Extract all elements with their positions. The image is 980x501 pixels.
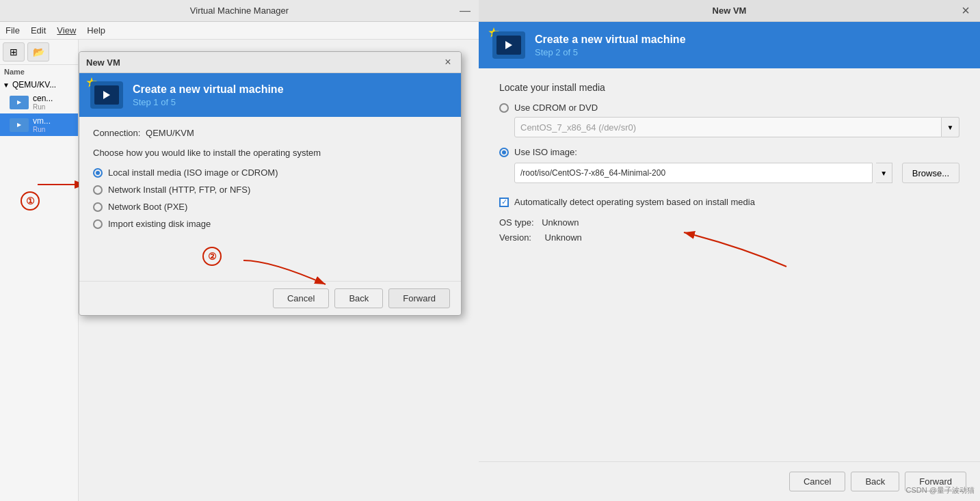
- radio-network-label: Network Install (HTTP, FTP, or NFS): [108, 185, 250, 195]
- radio-network-install[interactable]: Network Install (HTTP, FTP, or NFS): [93, 185, 447, 195]
- annotation-arrow-2: [134, 254, 373, 295]
- sidebar-group-label: QEMU/KV...: [12, 80, 56, 90]
- iso-dropdown-arrow[interactable]: ▼: [876, 163, 892, 183]
- sidebar-group-qemu[interactable]: ▼ QEMU/KV...: [0, 79, 78, 91]
- menu-edit[interactable]: Edit: [31, 25, 46, 36]
- version-value: Unknown: [545, 232, 582, 243]
- cdrom-dropdown-input[interactable]: CentOS_7_x86_64 (/dev/sr0): [514, 117, 942, 137]
- vm-centos-info: cen... Run: [33, 94, 53, 111]
- radio-local-install[interactable]: Local install media (ISO image or CDROM): [93, 167, 447, 178]
- menu-file[interactable]: File: [5, 25, 20, 36]
- dialog2-title-text: New VM: [713, 5, 747, 16]
- version-label: Version:: [499, 232, 531, 243]
- radio-cdrom-label: Use CDROM or DVD: [514, 103, 598, 113]
- dialog1-header-icon-wrapper: [90, 81, 123, 109]
- dialog1-header-icon: [90, 81, 123, 109]
- iso-path-input[interactable]: [514, 163, 873, 183]
- dialog1-title: New VM: [86, 57, 120, 68]
- sidebar-item-centos[interactable]: cen... Run: [0, 91, 78, 113]
- dialog-new-vm-step2: Create a new virtual machine Step 2 of 5…: [479, 22, 980, 501]
- dialog2-back-button[interactable]: Back: [851, 472, 899, 491]
- vm-centos-name: cen...: [33, 94, 53, 103]
- dialog2-header-text: Create a new virtual machine Step 2 of 5: [535, 33, 686, 57]
- dialog2-header: Create a new virtual machine Step 2 of 5: [479, 22, 980, 68]
- auto-detect-label: Automatically detect operating system ba…: [514, 197, 755, 207]
- os-type-row: OS type: Unknown: [499, 215, 959, 230]
- menu-help[interactable]: Help: [87, 25, 105, 36]
- dialog2-body: Locate your install media Use CDROM or D…: [479, 68, 980, 259]
- annotation-circle-1: ①: [21, 191, 40, 211]
- dialog1-connection-row: Connection: QEMU/KVM: [93, 128, 447, 138]
- auto-detect-checkbox[interactable]: [499, 198, 509, 207]
- app-title: Virtual Machine Manager: [190, 5, 289, 16]
- version-row: Version: Unknown: [499, 230, 959, 245]
- dialog1-body: Connection: QEMU/KVM Choose how you woul…: [79, 117, 461, 240]
- dialog2-cancel-button[interactable]: Cancel: [789, 472, 845, 491]
- dialog1-connection-value: QEMU/KVM: [146, 128, 194, 138]
- dialog2-os-info: OS type: Unknown Version: Unknown: [499, 215, 959, 245]
- sidebar: ⊞ 📂 Name ▼ QEMU/KV... cen... Run vm... R…: [0, 40, 79, 501]
- dialog2-footer: Cancel Back Forward: [479, 461, 980, 501]
- radio-import-label: Import existing disk image: [108, 219, 211, 229]
- dialog2-header-icon-wrapper: [492, 31, 525, 59]
- sidebar-new-btn[interactable]: ⊞: [3, 42, 25, 62]
- radio-network-boot[interactable]: Network Boot (PXE): [93, 202, 447, 212]
- vm-vm-name: vm...: [33, 116, 51, 126]
- os-type-value: Unknown: [542, 217, 579, 228]
- radio-cdrom-dot: [499, 103, 509, 113]
- vm-vm-status: Run: [33, 126, 51, 133]
- radio-iso-label: Use ISO image:: [514, 147, 577, 157]
- radio-boot-label: Network Boot (PXE): [108, 202, 187, 212]
- dialog2-header-step: Step 2 of 5: [535, 47, 686, 57]
- radio-iso-row[interactable]: Use ISO image:: [499, 147, 959, 157]
- dialog1-radio-group: Local install media (ISO image or CDROM)…: [93, 167, 447, 229]
- dialog1-forward-button[interactable]: Forward: [388, 288, 450, 308]
- monitor-icon: [94, 85, 119, 105]
- chevron-down-icon: ▼: [3, 81, 10, 89]
- radio-boot-dot: [93, 202, 103, 212]
- title-bar: Virtual Machine Manager —: [0, 0, 479, 22]
- cdrom-dropdown-arrow[interactable]: ▼: [942, 117, 959, 137]
- dialog2-cdrom-dropdown: CentOS_7_x86_64 (/dev/sr0) ▼: [514, 117, 959, 137]
- dialog1-header-step: Step 1 of 5: [133, 97, 284, 107]
- radio-import-disk[interactable]: Import existing disk image: [93, 219, 447, 229]
- dialog2-header-icon: [492, 31, 525, 59]
- radio-local-dot: [93, 168, 103, 178]
- sidebar-open-btn[interactable]: 📂: [27, 42, 49, 62]
- dialog1-header: Create a new virtual machine Step 1 of 5: [79, 73, 461, 117]
- dialog2-close-button[interactable]: ×: [959, 5, 972, 17]
- dialog2-header-title: Create a new virtual machine: [535, 33, 686, 46]
- dialog-new-vm-step1: New VM × Create a new virtual machine St…: [79, 51, 462, 316]
- dialog1-connection-label: Connection:: [93, 128, 140, 138]
- dialog2-locate-label: Locate your install media: [499, 82, 959, 93]
- sidebar-item-vm[interactable]: vm... Run: [0, 113, 78, 136]
- sidebar-name-col: Name: [0, 65, 78, 79]
- radio-cdrom-row[interactable]: Use CDROM or DVD: [499, 103, 959, 113]
- dialog1-header-text: Create a new virtual machine Step 1 of 5: [133, 83, 284, 107]
- dialog2-auto-detect-row[interactable]: Automatically detect operating system ba…: [499, 197, 959, 207]
- os-type-label: OS type:: [499, 217, 534, 228]
- vm-icon-vm: [10, 118, 29, 132]
- monitor-icon-2: [496, 36, 521, 55]
- minimize-button[interactable]: —: [460, 5, 471, 17]
- menu-bar: File Edit View Help: [0, 22, 479, 40]
- dialog1-header-title: Create a new virtual machine: [133, 83, 284, 96]
- radio-local-label: Local install media (ISO image or CDROM): [108, 167, 278, 178]
- dialog1-arrow-area: ②: [79, 240, 461, 281]
- browse-button[interactable]: Browse...: [902, 163, 959, 183]
- radio-import-dot: [93, 219, 103, 229]
- dialog1-titlebar: New VM ×: [79, 52, 461, 73]
- menu-view[interactable]: View: [57, 25, 76, 36]
- vm-icon-centos: [10, 96, 29, 109]
- radio-iso-dot: [499, 148, 509, 157]
- vm-centos-status: Run: [33, 103, 53, 111]
- watermark: CSDN @量子波动猫: [906, 485, 975, 496]
- sidebar-toolbar: ⊞ 📂: [0, 40, 78, 65]
- radio-network-dot: [93, 185, 103, 195]
- vm-vm-info: vm... Run: [33, 116, 51, 133]
- dialog1-install-label: Choose how you would like to install the…: [93, 148, 447, 158]
- dialog2-iso-row: ▼ Browse...: [514, 163, 959, 183]
- dialog1-close-button[interactable]: ×: [442, 56, 454, 68]
- dialog2-titlebar-area: New VM ×: [479, 0, 980, 22]
